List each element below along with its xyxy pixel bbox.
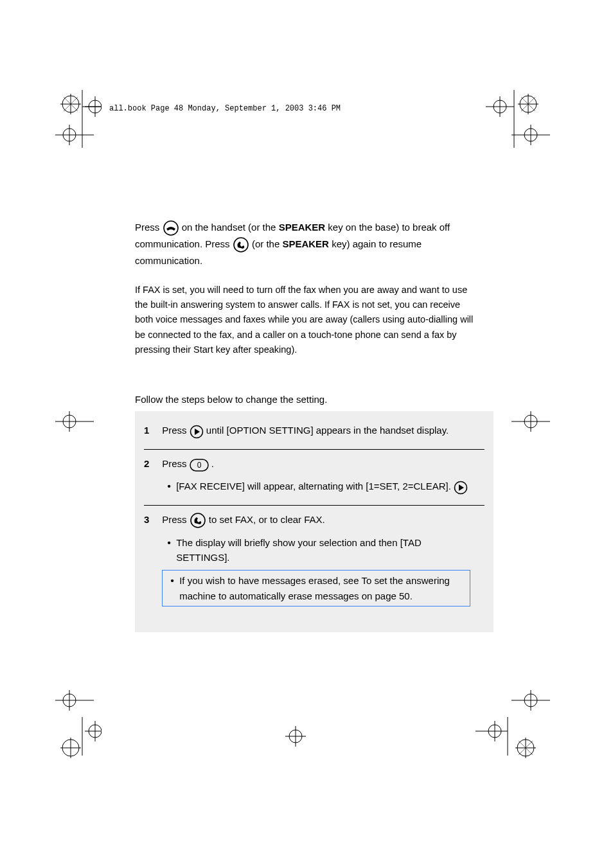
key-0-icon: 0 bbox=[190, 457, 209, 472]
right-arrow-icon-2 bbox=[454, 479, 468, 495]
step-2-text-b: . bbox=[211, 458, 214, 469]
step-3: 3 Press to set FAX, or to clear FAX. • T… bbox=[144, 505, 484, 617]
step-3-num: 3 bbox=[144, 512, 159, 527]
talk-icon bbox=[233, 236, 249, 253]
step-2: 2 Press 0 . • [FAX RECEIVE] will appear,… bbox=[144, 449, 484, 505]
bullet-icon: • bbox=[162, 479, 176, 495]
p1-speaker-1: SPEAKER bbox=[279, 222, 326, 233]
crop-mark-bl2 bbox=[55, 690, 94, 716]
bullet-icon: • bbox=[165, 573, 179, 603]
crop-mark-br2 bbox=[511, 690, 550, 716]
reference-link-box[interactable]: • If you wish to have messages erased, s… bbox=[162, 570, 470, 607]
step-1-text-a: Press bbox=[162, 425, 190, 436]
step-3-text-a: Press bbox=[162, 514, 190, 525]
crop-mark-tl2 bbox=[55, 125, 94, 150]
step-1-num: 1 bbox=[144, 423, 159, 438]
crop-mark-bl bbox=[57, 717, 102, 762]
step-3-text-b: to set FAX, or bbox=[209, 514, 270, 525]
p1-text-a: Press bbox=[135, 222, 163, 233]
svg-marker-53 bbox=[195, 429, 200, 435]
p1-speaker-2: SPEAKER bbox=[282, 238, 329, 249]
crop-mark-bc bbox=[283, 726, 308, 752]
p1-text-e: (or the bbox=[252, 238, 283, 249]
svg-point-58 bbox=[191, 513, 205, 527]
header-slug: all.book Page 48 Monday, September 1, 20… bbox=[109, 104, 341, 113]
crop-mark-ml bbox=[55, 411, 94, 437]
p1-text-b: on the handset (or the bbox=[182, 222, 279, 233]
talk-icon-2 bbox=[190, 512, 206, 529]
steps-box: 1 Press until [OPTION SETTING] appears i… bbox=[135, 411, 493, 632]
paragraph-3: Follow the steps below to change the set… bbox=[135, 392, 475, 407]
step-3-bullet-1: The display will briefly show your selec… bbox=[176, 535, 470, 565]
paragraph-1: Press on the handset (or the SPEAKER key… bbox=[135, 220, 475, 269]
step-3-bullet-2: If you wish to have messages erased, see… bbox=[179, 573, 467, 603]
crop-mark-tr2 bbox=[511, 125, 550, 150]
right-arrow-icon bbox=[190, 423, 204, 439]
crop-mark-mr bbox=[511, 411, 550, 437]
step-1-text-b: until [OPTION SETTING] appears in the ha… bbox=[206, 425, 449, 436]
step-2-num: 2 bbox=[144, 456, 159, 471]
step-3-text-c: to clear FAX. bbox=[270, 514, 325, 525]
step-2-bullet: [FAX RECEIVE] will appear, alternating w… bbox=[176, 481, 451, 492]
svg-marker-57 bbox=[459, 484, 464, 491]
crop-mark-br bbox=[475, 717, 546, 762]
paragraph-2: If FAX is set, you will need to turn off… bbox=[135, 283, 475, 357]
step-1: 1 Press until [OPTION SETTING] appears i… bbox=[144, 423, 484, 449]
bullet-icon: • bbox=[162, 535, 176, 565]
svg-point-51 bbox=[234, 238, 248, 252]
svg-text:0: 0 bbox=[197, 461, 201, 470]
step-2-text-a: Press bbox=[162, 458, 190, 469]
hangup-icon bbox=[163, 220, 179, 236]
